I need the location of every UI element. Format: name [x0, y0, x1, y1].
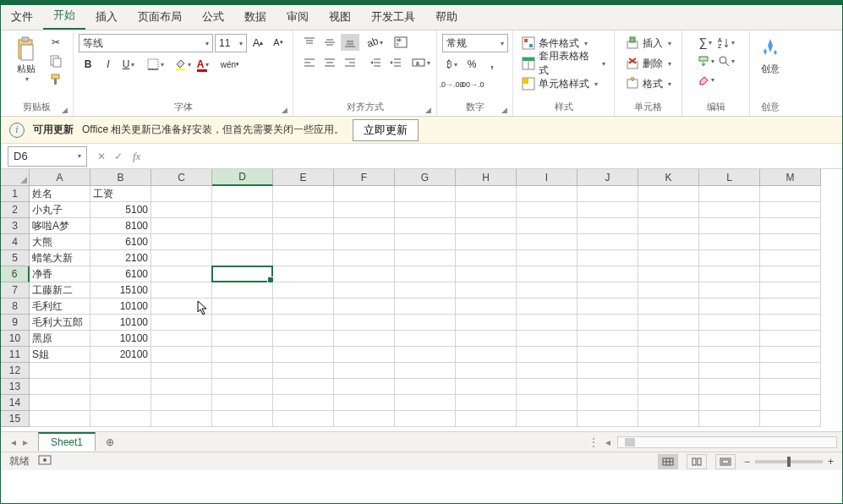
font-size-combo[interactable]: 11▾ [215, 34, 247, 52]
cell[interactable] [273, 315, 334, 331]
cell[interactable] [273, 186, 334, 202]
cell[interactable] [334, 186, 395, 202]
cell[interactable] [456, 331, 517, 347]
tab-review[interactable]: 审阅 [276, 4, 319, 30]
increase-font-size-button[interactable]: A▴ [249, 34, 267, 51]
cell[interactable] [578, 250, 638, 266]
tab-split-handle[interactable]: ⋮ [588, 436, 599, 448]
cell-styles-button[interactable]: 单元格样式▾ [518, 74, 609, 93]
cell[interactable] [699, 186, 760, 202]
cell[interactable] [699, 363, 760, 379]
cell[interactable] [638, 202, 699, 218]
cell[interactable] [456, 250, 517, 266]
cell[interactable]: 工资 [90, 186, 151, 202]
tab-page-layout[interactable]: 页面布局 [128, 4, 192, 30]
horizontal-scrollbar[interactable] [617, 436, 837, 448]
cell[interactable] [151, 266, 212, 282]
cell[interactable] [395, 299, 456, 315]
cell[interactable] [760, 218, 821, 234]
cell[interactable] [578, 395, 638, 411]
row-header[interactable]: 10 [1, 331, 30, 347]
cell[interactable] [212, 331, 273, 347]
column-header[interactable]: G [395, 169, 456, 186]
orientation-button[interactable]: ab▾ [366, 34, 385, 51]
cell[interactable]: 毛利大五郎 [30, 315, 90, 331]
cell[interactable] [517, 347, 578, 363]
cell[interactable] [273, 363, 334, 379]
cell[interactable] [212, 186, 273, 202]
cell[interactable] [30, 411, 90, 427]
cell[interactable] [456, 363, 517, 379]
cell[interactable] [456, 347, 517, 363]
cell[interactable] [151, 250, 212, 266]
cell[interactable] [334, 266, 395, 282]
cell[interactable] [151, 299, 212, 315]
column-header[interactable]: L [699, 169, 760, 186]
cell[interactable] [90, 395, 151, 411]
cell[interactable] [395, 266, 456, 282]
cell[interactable] [273, 331, 334, 347]
column-header[interactable]: B [90, 169, 151, 186]
font-name-combo[interactable]: 等线▾ [79, 34, 213, 52]
update-now-button[interactable]: 立即更新 [353, 119, 419, 141]
cell[interactable] [151, 218, 212, 234]
cancel-formula-button[interactable]: ✕ [97, 151, 106, 162]
row-header[interactable]: 8 [1, 299, 30, 315]
cell[interactable] [395, 234, 456, 250]
cell[interactable]: 20100 [90, 347, 151, 363]
cell[interactable] [395, 347, 456, 363]
cell[interactable] [517, 202, 578, 218]
cell[interactable] [699, 347, 760, 363]
cell[interactable] [760, 363, 821, 379]
cell[interactable] [273, 395, 334, 411]
percent-button[interactable]: % [463, 56, 481, 73]
cell[interactable] [578, 347, 638, 363]
sort-filter-button[interactable]: AZ▾ [717, 34, 736, 51]
cell[interactable] [273, 266, 334, 282]
cell[interactable] [699, 218, 760, 234]
cell[interactable] [334, 395, 395, 411]
row-header[interactable]: 13 [1, 379, 30, 395]
cell[interactable] [151, 363, 212, 379]
bold-button[interactable]: B [79, 56, 97, 73]
cell[interactable] [212, 282, 273, 299]
cell[interactable] [699, 266, 760, 282]
row-header[interactable]: 14 [1, 395, 30, 411]
cell[interactable] [273, 234, 334, 250]
accounting-format-button[interactable]: ₿▾ [442, 56, 461, 73]
cell[interactable] [334, 315, 395, 331]
cell[interactable]: 黑原 [30, 331, 90, 347]
cell[interactable]: 6100 [90, 266, 151, 282]
cell[interactable] [699, 411, 760, 427]
row-header[interactable]: 6 [1, 266, 30, 282]
cell[interactable] [273, 379, 334, 395]
row-header[interactable]: 4 [1, 234, 30, 250]
column-header[interactable]: F [334, 169, 395, 186]
cell[interactable] [456, 266, 517, 282]
page-break-view-button[interactable] [715, 454, 736, 469]
zoom-out-button[interactable]: − [744, 456, 750, 468]
cell[interactable] [456, 299, 517, 315]
cell[interactable] [212, 395, 273, 411]
column-header[interactable]: E [273, 169, 334, 186]
column-header[interactable]: D [212, 169, 273, 186]
cell[interactable] [212, 411, 273, 427]
cell[interactable] [578, 218, 638, 234]
cell[interactable] [151, 395, 212, 411]
cell[interactable] [395, 379, 456, 395]
cell[interactable] [151, 282, 212, 299]
cell[interactable] [699, 315, 760, 331]
cell[interactable] [638, 250, 699, 266]
fill-color-button[interactable]: ▾ [173, 56, 192, 73]
cell[interactable] [334, 411, 395, 427]
cell[interactable] [334, 347, 395, 363]
cell[interactable] [273, 202, 334, 218]
clipboard-dialog-launcher[interactable]: ◢ [62, 106, 68, 114]
align-bottom-button[interactable] [341, 34, 359, 51]
cell[interactable] [699, 331, 760, 347]
cell[interactable] [517, 395, 578, 411]
column-header[interactable]: I [517, 169, 578, 186]
cell[interactable] [517, 250, 578, 266]
cell[interactable] [638, 266, 699, 282]
format-painter-button[interactable] [47, 71, 65, 88]
